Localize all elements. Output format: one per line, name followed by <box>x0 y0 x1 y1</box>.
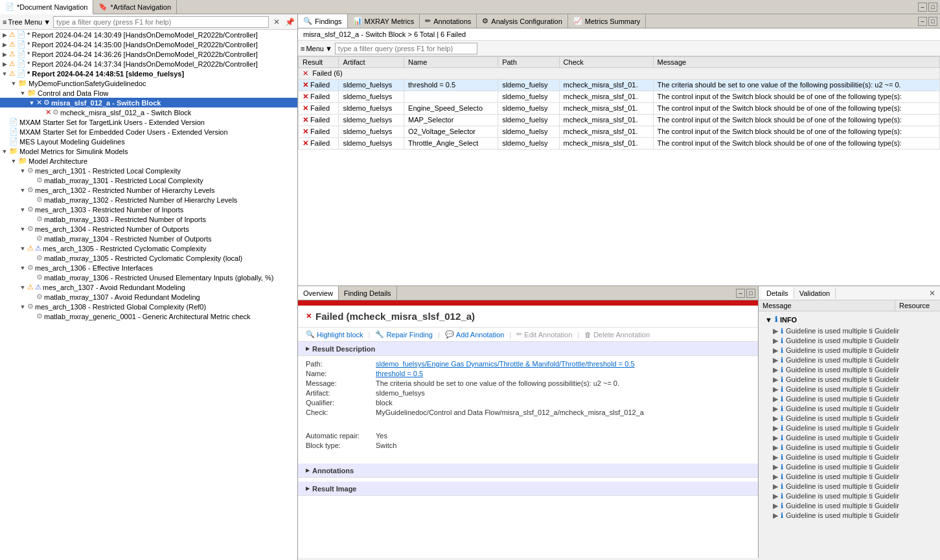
tree-item[interactable]: 📄MXAM Starter Set for Embedded Coder Use… <box>0 127 297 137</box>
tree-item[interactable]: ✕⚙mcheck_misra_slsf_012_a - Switch Block <box>0 107 297 117</box>
maximize-button[interactable]: □ <box>928 3 937 12</box>
tree-item[interactable]: ⚙matlab_mxray_1306 - Restricted Unused E… <box>0 273 297 282</box>
tree-item[interactable]: ▼⚙mes_arch_1308 - Restricted Global Comp… <box>0 302 297 311</box>
tab-validation[interactable]: Validation <box>794 287 836 298</box>
tab-mxray-metrics[interactable]: 📊 MXRAY Metrics <box>348 14 420 28</box>
tree-item[interactable]: ▼⚙mes_arch_1302 - Restricted Number of H… <box>0 185 297 195</box>
tree-item[interactable]: ▼📁Model Architecture <box>0 156 297 166</box>
findings-minimize-button[interactable]: – <box>918 17 927 26</box>
tree-item[interactable]: ⚙matlab_mxray_1303 - Restricted Number o… <box>0 214 297 224</box>
detail-expand-icon[interactable]: ▶ <box>773 385 778 394</box>
detail-expand-icon[interactable]: ▶ <box>773 395 778 403</box>
detail-expand-icon[interactable]: ▶ <box>773 463 778 471</box>
expand-icon[interactable]: ▼ <box>27 100 36 106</box>
expand-icon[interactable]: ▼ <box>18 168 27 174</box>
expand-icon[interactable]: ▼ <box>18 284 27 291</box>
expand-icon[interactable]: ▼ <box>18 207 27 213</box>
tree-item[interactable]: ▼📁MyDemoFunctionSafetyGuidelinedoc <box>0 78 297 88</box>
tab-document-navigation[interactable]: 📄 *Document Navigation <box>0 0 93 14</box>
tree-item[interactable]: ▶⚠📄* Report 2024-04-24 14:37:34 [HandsOn… <box>0 59 297 69</box>
tree-menu-button[interactable]: ≡ Tree Menu ▼ <box>3 18 51 26</box>
tree-item[interactable]: ▼⚙mes_arch_1301 - Restricted Local Compl… <box>0 166 297 175</box>
tree-item[interactable]: ⚙matlab_mxray_1305 - Restricted Cyclomat… <box>0 253 297 263</box>
table-row[interactable]: ✕ Failed sldemo_fuelsys Throttle_Angle_S… <box>299 138 940 150</box>
delete-annotation-button[interactable]: 🗑 Delete Annotation <box>584 331 650 339</box>
tab-details[interactable]: Details <box>761 287 794 298</box>
tree-item[interactable]: ▼⚙mes_arch_1303 - Restricted Number of I… <box>0 205 297 214</box>
repair-finding-button[interactable]: 🔧 Repair Finding <box>375 330 433 339</box>
detail-expand-icon[interactable]: ▶ <box>773 434 778 442</box>
table-row[interactable]: ✕ Failed sldemo_fuelsys sldemo_fuelsy mc… <box>299 91 940 103</box>
detail-expand-icon[interactable]: ▶ <box>773 327 778 335</box>
overview-maximize-button[interactable]: □ <box>746 289 755 298</box>
minimize-button[interactable]: – <box>918 3 927 12</box>
detail-expand-icon[interactable]: ▶ <box>773 424 778 432</box>
name-value[interactable]: threshold = 0.5 <box>376 370 750 377</box>
tree-item[interactable]: ▼✕⚙misra_slsf_012_a - Switch Block <box>0 98 297 107</box>
expand-icon[interactable]: ▼ <box>0 148 9 155</box>
result-description-header[interactable]: ▸ Result Description <box>298 342 758 356</box>
table-row[interactable]: ✕ Failed sldemo_fuelsys threshold = 0.5 … <box>299 80 940 91</box>
detail-expand-icon[interactable]: ▶ <box>773 337 778 345</box>
detail-expand-icon[interactable]: ▶ <box>773 511 778 520</box>
tab-analysis-config[interactable]: ⚙ Analysis Configuration <box>477 14 567 28</box>
detail-expand-icon[interactable]: ▶ <box>773 366 778 374</box>
expand-icon[interactable]: ▶ <box>0 61 9 67</box>
tree-item[interactable]: ⚙matlab_mxray_1307 - Avoid Redundant Mod… <box>0 292 297 302</box>
clear-filter-button[interactable]: ✕ <box>271 17 282 27</box>
detail-expand-icon[interactable]: ▶ <box>773 453 778 462</box>
pin-button[interactable]: 📌 <box>284 17 295 27</box>
detail-expand-icon[interactable]: ▶ <box>773 346 778 355</box>
details-close-button[interactable]: ✕ <box>927 288 937 298</box>
findings-maximize-button[interactable]: □ <box>928 17 937 26</box>
detail-expand-icon[interactable]: ▶ <box>773 356 778 364</box>
tree-item[interactable]: ▼📁Control and Data Flow <box>0 88 297 98</box>
tab-artifact-navigation[interactable]: 🔖 *Artifact Navigation <box>93 0 177 14</box>
expand-icon[interactable]: ▼ <box>9 80 18 87</box>
highlight-block-button[interactable]: 🔍 Highlight block <box>306 330 363 339</box>
expand-icon[interactable]: ▼ <box>18 245 27 252</box>
expand-icon[interactable]: ▼ <box>18 265 27 271</box>
tree-item[interactable]: 📄MXAM Starter Set for TargetLink Users -… <box>0 117 297 127</box>
tree-item[interactable]: ▼⚠⚠mes_arch_1307 - Avoid Redundant Model… <box>0 282 297 292</box>
overview-minimize-button[interactable]: – <box>736 289 745 298</box>
tree-item[interactable]: ⚙matlab_mxray_1304 - Restricted Number o… <box>0 234 297 243</box>
detail-expand-icon[interactable]: ▶ <box>773 473 778 481</box>
tab-findings[interactable]: 🔍 Findings <box>298 14 348 28</box>
tree-item[interactable]: ▶⚠📄* Report 2024-04-24 14:30:49 [HandsOn… <box>0 30 297 39</box>
annotations-section-header[interactable]: ▸ Annotations <box>298 464 758 478</box>
detail-expand-icon[interactable]: ▶ <box>773 414 778 423</box>
expand-icon[interactable]: ▼ <box>18 187 27 194</box>
detail-expand-icon[interactable]: ▶ <box>773 502 778 510</box>
detail-expand-icon[interactable]: ▶ <box>773 443 778 452</box>
tree-item[interactable]: ▼📁Model Metrics for Simulink Models <box>0 146 297 156</box>
expand-icon[interactable]: ▼ <box>18 90 27 96</box>
findings-menu-button[interactable]: ≡ Menu ▼ <box>301 45 332 52</box>
tree-item[interactable]: ▼⚠⚠mes_arch_1305 - Restricted Cyclomatic… <box>0 243 297 253</box>
expand-icon[interactable]: ▶ <box>0 41 9 48</box>
detail-expand-icon[interactable]: ▶ <box>773 375 778 384</box>
add-annotation-button[interactable]: 💬 Add Annotation <box>445 330 505 339</box>
edit-annotation-button[interactable]: ✏ Edit Annotation <box>516 330 572 339</box>
tab-overview[interactable]: Overview <box>298 286 339 300</box>
detail-expand-icon[interactable]: ▶ <box>773 482 778 491</box>
tree-item[interactable]: ▼⚙mes_arch_1306 - Effective Interfaces <box>0 263 297 273</box>
result-image-section-header[interactable]: ▸ Result Image <box>298 482 758 496</box>
expand-icon[interactable]: ▼ <box>18 304 27 310</box>
expand-icon[interactable]: ▼ <box>0 71 9 77</box>
tree-item[interactable]: ⚙matlab_mxray_1302 - Restricted Number o… <box>0 195 297 205</box>
expand-icon[interactable]: ▶ <box>0 51 9 58</box>
table-row[interactable]: ✕ Failed sldemo_fuelsys O2_Voltage_Selec… <box>299 126 940 138</box>
tab-annotations[interactable]: ✏ Annotations <box>420 14 477 28</box>
table-row[interactable]: ✕ Failed sldemo_fuelsys MAP_Selector sld… <box>299 115 940 126</box>
tab-finding-details[interactable]: Finding Details <box>339 286 397 300</box>
path-value[interactable]: sldemo_fuelsys/Engine Gas Dynamics/Throt… <box>376 360 750 368</box>
detail-expand-icon[interactable]: ▶ <box>773 405 778 413</box>
tree-item[interactable]: ▼⚠📄* Report 2024-04-24 14:48:51 [sldemo_… <box>0 69 297 78</box>
expand-icon[interactable]: ▶ <box>0 32 9 38</box>
tree-item[interactable]: 📄MES Layout Modeling Guidelines <box>0 137 297 146</box>
tree-item[interactable]: ⚙matlab_mxray_1301 - Restricted Local Co… <box>0 175 297 185</box>
table-row[interactable]: ✕ Failed sldemo_fuelsys Engine_Speed_Sel… <box>299 103 940 115</box>
tab-metrics-summary[interactable]: 📈 Metrics Summary <box>568 14 647 28</box>
tree-item[interactable]: ⚙matlab_mxray_generic_0001 - Generic Arc… <box>0 311 297 321</box>
